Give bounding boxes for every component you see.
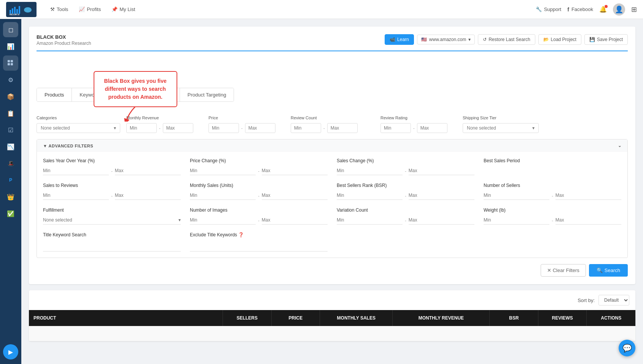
sidebar-item-listing[interactable]: 📋 — [3, 106, 18, 121]
categories-select[interactable]: None selected ▾ — [37, 123, 120, 133]
weight-max[interactable] — [555, 216, 621, 225]
sales-yoy-max[interactable] — [115, 166, 181, 175]
review-rating-min[interactable] — [380, 123, 411, 133]
nav-mylist[interactable]: 📌 My List — [107, 4, 140, 14]
col-sellers: SELLERS — [223, 310, 272, 326]
nav-right: 🔧 Support f Facebook 🔔 👤 ⊞ — [536, 3, 637, 16]
monthly-sales-units-label: Monthly Sales (Units) — [190, 183, 328, 188]
title-keyword-input[interactable] — [43, 243, 181, 252]
load-project-button[interactable]: 📂 Load Project — [538, 34, 581, 45]
apps-grid-icon[interactable]: ⊞ — [631, 5, 637, 14]
weight-filter: Weight (lb) - — [484, 207, 621, 225]
sales-yoy-label: Sales Year Over Year (%) — [43, 158, 181, 163]
monthly-sales-units-max[interactable] — [262, 191, 328, 200]
variation-count-filter: Variation Count - — [337, 207, 474, 225]
sidebar-item-checker[interactable]: ☑ — [3, 122, 18, 138]
avatar[interactable]: 👤 — [613, 3, 625, 16]
review-count-max[interactable] — [327, 123, 358, 133]
nav-tools[interactable]: ⚒ Tools — [46, 4, 73, 14]
user-icon: 👤 — [615, 5, 623, 14]
search-button[interactable]: 🔍 Search — [589, 264, 628, 277]
monthly-revenue-min[interactable] — [126, 123, 157, 133]
sidebar-item-magnet[interactable]: 🎩 — [3, 156, 18, 171]
notification-btn[interactable]: 🔔 — [599, 6, 607, 13]
svg-rect-10 — [8, 63, 10, 65]
sales-to-reviews-max[interactable] — [115, 191, 181, 200]
advanced-filters-header[interactable]: ▼ ADVANCED FILTERS ⌄ — [37, 139, 627, 152]
tab-competitors[interactable]: Competitors — [109, 88, 151, 101]
sales-to-reviews-min[interactable] — [43, 191, 109, 200]
facebook-btn[interactable]: f Facebook — [567, 6, 593, 13]
sidebar-item-analytics[interactable]: 📊 — [3, 39, 18, 54]
sidebar-item-charts[interactable]: 📉 — [3, 139, 18, 154]
price-change-range: - — [190, 166, 328, 175]
price-min[interactable] — [208, 123, 239, 133]
sidebar-item-inventory[interactable]: 📦 — [3, 89, 18, 104]
variation-count-max[interactable] — [409, 216, 474, 225]
save-project-button[interactable]: 💾 Save Project — [584, 34, 628, 45]
tab-product-targeting[interactable]: Product Targeting — [180, 88, 234, 101]
help-icon: ❓ — [238, 232, 244, 237]
tab-products[interactable]: Products — [37, 88, 72, 101]
fulfillment-select[interactable]: None selected ▾ — [43, 216, 181, 225]
clear-filters-button[interactable]: ✕ Clear Filters — [541, 264, 586, 277]
empty-results-row — [29, 326, 635, 341]
review-rating-filter: Review Rating - — [380, 116, 457, 133]
sidebar-item-settings[interactable]: ⚙ — [3, 72, 18, 87]
nav-profits[interactable]: 📈 Profits — [74, 4, 105, 14]
variation-count-min[interactable] — [337, 216, 403, 225]
sales-change-max[interactable] — [409, 166, 474, 175]
sales-to-reviews-filter: Sales to Reviews - — [43, 183, 181, 200]
review-count-min[interactable] — [291, 123, 321, 133]
exclude-title-input[interactable] — [190, 243, 328, 252]
price-change-min[interactable] — [190, 166, 256, 175]
number-of-images-min[interactable] — [190, 216, 256, 225]
review-rating-max[interactable] — [417, 123, 447, 133]
bsr-max[interactable] — [409, 191, 474, 200]
svg-rect-3 — [14, 7, 16, 14]
monthly-sales-units-range: - — [190, 191, 328, 200]
tabs-container: Products Keywords Competitors Niche Prod… — [37, 88, 234, 102]
monthly-revenue-max[interactable] — [163, 123, 193, 133]
range-separator-3: - — [323, 126, 325, 130]
number-of-sellers-max[interactable] — [555, 191, 621, 200]
bell-icon: 🔔 — [599, 6, 607, 13]
monthly-sales-units-min[interactable] — [190, 191, 256, 200]
bsr-range: - — [337, 191, 474, 200]
chat-bubble-button[interactable]: 💬 — [619, 340, 635, 356]
price-change-max[interactable] — [262, 166, 328, 175]
price-max[interactable] — [245, 123, 275, 133]
panel-title-area: BLACK BOX Amazon Product Research — [37, 34, 91, 46]
shipping-size-select[interactable]: None selected ▾ — [463, 123, 539, 133]
restore-last-search-button[interactable]: ↺ Restore Last Search — [478, 34, 535, 45]
sidebar-item-verify[interactable]: ✅ — [3, 206, 18, 221]
sidebar-item-blackbox[interactable]: ◻ — [3, 22, 18, 37]
number-of-images-max[interactable] — [262, 216, 328, 225]
results-panel: Sort by: Default PRODUCT SELLERS PRICE M… — [29, 290, 635, 341]
support-btn[interactable]: 🔧 Support — [536, 6, 562, 12]
price-range: - — [208, 123, 285, 133]
sidebar-item-research[interactable] — [3, 55, 18, 71]
number-of-sellers-min[interactable] — [484, 191, 549, 200]
range-separator: - — [159, 126, 161, 130]
bsr-min[interactable] — [337, 191, 403, 200]
video-icon: 📹 — [390, 37, 395, 42]
tab-niche[interactable]: Niche — [151, 88, 180, 101]
sidebar-play-button[interactable]: ▶ — [3, 344, 18, 359]
sidebar-item-ppc[interactable]: P — [3, 173, 18, 188]
bsr-label: Best Sellers Rank (BSR) — [337, 183, 474, 188]
amazon-selector[interactable]: 🇺🇸 www.amazon.com ▾ — [417, 35, 475, 44]
sidebar-item-crown[interactable]: 👑 — [3, 189, 18, 204]
sort-select[interactable]: Default — [598, 295, 629, 305]
sales-yoy-min[interactable] — [43, 166, 109, 175]
logo[interactable]: HELIUM 10 — [6, 2, 37, 17]
sales-change-min[interactable] — [337, 166, 403, 175]
filters-row: Categories None selected ▾ Monthly Reven… — [37, 116, 628, 133]
tab-keywords[interactable]: Keywords — [72, 88, 109, 101]
number-of-sellers-range: - — [484, 191, 621, 200]
fulfillment-label: Fulfillment — [43, 207, 181, 213]
learn-button[interactable]: 📹 Learn — [385, 34, 414, 45]
weight-min[interactable] — [484, 216, 549, 225]
number-of-sellers-filter: Number of Sellers - — [484, 183, 621, 200]
advanced-collapse-icon: ⌄ — [618, 143, 622, 148]
